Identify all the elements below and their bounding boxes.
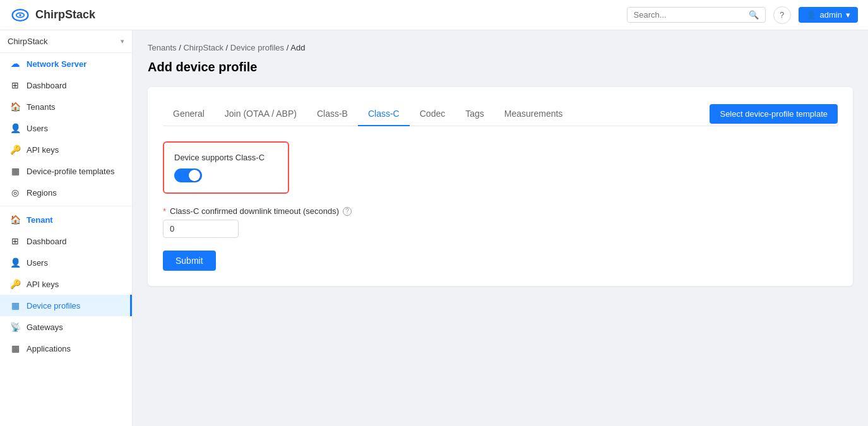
- search-input[interactable]: [634, 10, 746, 20]
- sidebar-item-label: Device-profile templates: [27, 167, 114, 176]
- tab-measurements[interactable]: Measurements: [494, 102, 573, 126]
- sidebar-item-label: Device profiles: [27, 301, 80, 311]
- sidebar-item-label: API keys: [27, 280, 59, 289]
- help-icon[interactable]: ?: [343, 207, 352, 216]
- sidebar-item-label: Users: [27, 258, 48, 268]
- tenant-selector[interactable]: ChirpStack ▾: [0, 30, 132, 53]
- cloud-icon: ☁: [10, 59, 20, 69]
- sidebar-item-label: API keys: [27, 145, 59, 155]
- api-keys-tenant-icon: 🔑: [10, 279, 20, 289]
- select-template-button[interactable]: Select device-profile template: [710, 104, 838, 124]
- breadcrumb-tenants[interactable]: Tenants: [148, 43, 177, 52]
- tab-class-c[interactable]: Class-C: [358, 102, 410, 126]
- breadcrumb-current: Add: [290, 43, 305, 52]
- sidebar-item-label: Tenants: [27, 102, 56, 112]
- sidebar-section-tenant: 🏠 Tenant: [0, 209, 132, 230]
- field-label-text: Class-C confirmed downlink timeout (seco…: [170, 206, 339, 216]
- users-tenant-icon: 👤: [10, 257, 20, 268]
- toggle-label: Device supports Class-C: [174, 153, 278, 162]
- sidebar-item-device-profile-templates[interactable]: ▦ Device-profile templates: [0, 160, 132, 182]
- sidebar-section-network-server: ☁ Network Server: [0, 53, 132, 74]
- content-card: General Join (OTAA / ABP) Class-B Class-…: [148, 87, 853, 286]
- toggle-slider: [174, 169, 202, 182]
- main-content: Tenants / ChirpStack / Device profiles /…: [133, 30, 868, 426]
- app-name: ChirpStack: [35, 8, 95, 21]
- page-title: Add device profile: [148, 60, 853, 74]
- sidebar-item-applications[interactable]: ▦ Applications: [0, 338, 132, 359]
- device-profiles-icon: ▦: [10, 300, 20, 311]
- tabs-bar: General Join (OTAA / ABP) Class-B Class-…: [163, 102, 838, 126]
- tenant-chevron-icon: ▾: [121, 37, 124, 45]
- downlink-timeout-field: * Class-C confirmed downlink timeout (se…: [163, 206, 838, 238]
- sidebar-item-users-tenant[interactable]: 👤 Users: [0, 252, 132, 273]
- dashboard-ns-icon: ⊞: [10, 80, 20, 90]
- class-c-toggle[interactable]: [174, 169, 202, 182]
- downlink-timeout-label: * Class-C confirmed downlink timeout (se…: [163, 206, 838, 216]
- submit-button[interactable]: Submit: [163, 251, 216, 271]
- sidebar-item-label: Users: [27, 124, 48, 133]
- tenant-name: ChirpStack: [8, 37, 48, 46]
- breadcrumb-device-profiles[interactable]: Device profiles: [230, 43, 284, 52]
- sidebar-item-label: Gateways: [27, 322, 63, 332]
- sidebar-item-users[interactable]: 👤 Users: [0, 117, 132, 139]
- required-indicator: *: [163, 206, 166, 216]
- user-menu-button[interactable]: 👤 admin ▾: [799, 7, 858, 23]
- applications-icon: ▦: [10, 343, 20, 353]
- sidebar-item-label: Applications: [27, 344, 71, 353]
- tenant-section-icon: 🏠: [10, 215, 20, 225]
- tab-codec[interactable]: Codec: [410, 102, 455, 126]
- user-label: admin: [820, 10, 842, 20]
- tab-general[interactable]: General: [163, 102, 215, 126]
- sidebar-item-tenants[interactable]: 🏠 Tenants: [0, 96, 132, 117]
- sidebar-item-api-keys[interactable]: 🔑 API keys: [0, 139, 132, 160]
- svg-point-2: [19, 14, 21, 16]
- top-navigation: ChirpStack 🔍 ? 👤 admin ▾: [0, 0, 868, 30]
- breadcrumb-chirpstack[interactable]: ChirpStack: [183, 43, 223, 52]
- gateways-icon: 📡: [10, 322, 20, 332]
- breadcrumb: Tenants / ChirpStack / Device profiles /…: [148, 43, 853, 52]
- tab-tags[interactable]: Tags: [455, 102, 494, 126]
- tab-join-otaa-abp[interactable]: Join (OTAA / ABP): [215, 102, 307, 126]
- user-icon: 👤: [806, 10, 816, 20]
- api-keys-icon: 🔑: [10, 145, 20, 155]
- sidebar-item-api-keys-tenant[interactable]: 🔑 API keys: [0, 273, 132, 295]
- help-button[interactable]: ?: [773, 6, 791, 24]
- dashboard-tenant-icon: ⊞: [10, 236, 20, 246]
- tab-class-b[interactable]: Class-B: [307, 102, 358, 126]
- sidebar-item-regions[interactable]: ◎ Regions: [0, 182, 132, 203]
- user-chevron-icon: ▾: [846, 10, 850, 20]
- device-profile-templates-icon: ▦: [10, 166, 20, 176]
- sidebar-item-dashboard-ns[interactable]: ⊞ Dashboard: [0, 74, 132, 96]
- regions-icon: ◎: [10, 187, 20, 198]
- sidebar-item-device-profiles[interactable]: ▦ Device profiles: [0, 295, 132, 316]
- sidebar-item-dashboard-tenant[interactable]: ⊞ Dashboard: [0, 230, 132, 252]
- tab-actions: Select device-profile template: [710, 104, 838, 124]
- sidebar-item-label: Regions: [27, 188, 57, 198]
- app-logo: ChirpStack: [10, 5, 95, 25]
- search-icon: 🔍: [749, 10, 759, 20]
- sidebar: ChirpStack ▾ ☁ Network Server ⊞ Dashboar…: [0, 30, 133, 426]
- sidebar-item-label: Dashboard: [27, 237, 67, 246]
- toggle-wrapper: [174, 169, 278, 182]
- sidebar-item-label: Dashboard: [27, 81, 67, 90]
- sidebar-item-gateways[interactable]: 📡 Gateways: [0, 316, 132, 338]
- users-icon: 👤: [10, 123, 20, 133]
- class-c-toggle-section: Device supports Class-C: [163, 141, 289, 194]
- search-box[interactable]: 🔍: [627, 7, 766, 23]
- tenants-icon: 🏠: [10, 102, 20, 112]
- downlink-timeout-input[interactable]: [163, 220, 239, 238]
